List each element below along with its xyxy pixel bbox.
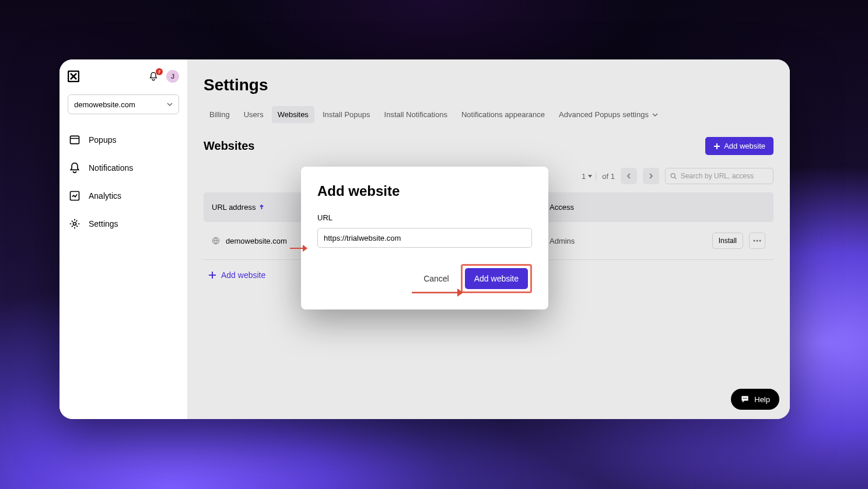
chevron-down-icon [652, 112, 658, 118]
chevron-left-icon [626, 173, 632, 179]
tab-advanced-popups[interactable]: Advanced Popups settings [553, 106, 664, 123]
nav-popups[interactable]: Popups [68, 126, 179, 154]
svg-point-9 [760, 240, 761, 242]
search-icon [670, 173, 677, 180]
dialog-url-input[interactable] [317, 228, 532, 248]
notifications-badge: 7 [156, 68, 163, 75]
nav-label: Notifications [89, 163, 133, 173]
tab-billing[interactable]: Billing [204, 106, 236, 123]
svg-point-10 [743, 398, 744, 399]
site-selector[interactable]: demowebsite.com [68, 94, 179, 114]
analytics-icon [69, 190, 80, 202]
install-button[interactable]: Install [712, 233, 743, 249]
bell-icon [69, 162, 80, 174]
sidebar-top: 7 J [68, 68, 179, 85]
row-more-button[interactable] [749, 233, 765, 249]
section-title: Websites [204, 139, 254, 153]
more-horizontal-icon [753, 240, 761, 242]
plus-icon [713, 143, 720, 150]
row-url-value: demowebsite.com [226, 237, 287, 245]
nav-label: Analytics [89, 191, 121, 200]
svg-point-11 [744, 398, 746, 399]
annotation-arrow-icon [290, 244, 307, 252]
svg-rect-1 [71, 136, 79, 143]
row-access-cell: Admins [550, 237, 707, 245]
site-selector-value: demowebsite.com [74, 100, 135, 109]
dialog-submit-button[interactable]: Add website [465, 268, 528, 289]
help-button[interactable]: Help [731, 389, 779, 410]
tab-users[interactable]: Users [238, 106, 270, 123]
dialog-title: Add website [317, 183, 532, 199]
svg-point-4 [74, 223, 76, 226]
tab-install-popups[interactable]: Install Popups [317, 106, 376, 123]
nav-label: Settings [89, 219, 118, 228]
app-window: 7 J demowebsite.com Popups Notifications… [60, 59, 790, 419]
help-label: Help [754, 395, 770, 404]
chat-icon [740, 395, 750, 404]
nav-analytics[interactable]: Analytics [68, 182, 179, 210]
svg-point-8 [757, 240, 758, 242]
notifications-button[interactable]: 7 [148, 71, 159, 82]
page-prev-button[interactable] [621, 168, 637, 184]
caret-down-icon [588, 175, 592, 178]
tab-notifications-appearance[interactable]: Notifications appearance [456, 106, 551, 123]
page-title: Settings [204, 76, 774, 94]
section-header: Websites Add website [204, 137, 774, 155]
app-logo-icon[interactable] [68, 71, 79, 82]
button-label: Add website [724, 142, 765, 150]
col-access-header[interactable]: Access [550, 203, 707, 212]
nav-notifications[interactable]: Notifications [68, 154, 179, 182]
nav-settings[interactable]: Settings [68, 210, 179, 238]
link-label: Add website [221, 270, 265, 280]
sidebar-top-right: 7 J [148, 70, 179, 83]
annotation-highlight-box: Add website [461, 264, 532, 293]
page-current-selector[interactable]: 1 [582, 172, 596, 181]
globe-icon [212, 237, 220, 245]
nav-label: Popups [89, 135, 116, 145]
avatar[interactable]: J [166, 70, 179, 83]
sort-asc-icon [259, 203, 264, 212]
tab-label: Advanced Popups settings [559, 110, 649, 119]
add-website-button[interactable]: Add website [705, 137, 774, 155]
gear-icon [69, 218, 80, 230]
search-box[interactable] [665, 168, 774, 184]
page-current: 1 [582, 172, 586, 181]
svg-point-12 [746, 398, 747, 399]
page-of-label: of 1 [602, 172, 615, 181]
dialog-cancel-button[interactable]: Cancel [421, 269, 452, 288]
page-next-button[interactable] [643, 168, 659, 184]
sidebar: 7 J demowebsite.com Popups Notifications… [60, 59, 187, 419]
col-label: URL address [212, 203, 256, 212]
dialog-url-label: URL [317, 213, 532, 222]
svg-point-7 [754, 240, 755, 242]
row-actions: Install [707, 233, 765, 249]
settings-tabs: Billing Users Websites Install Popups In… [204, 106, 774, 123]
search-input[interactable] [681, 172, 768, 180]
popups-icon [69, 134, 80, 146]
plus-icon [208, 271, 216, 279]
chevron-down-icon [167, 101, 173, 107]
tab-websites[interactable]: Websites [272, 106, 314, 123]
chevron-right-icon [648, 173, 654, 179]
annotation-arrow-icon [412, 288, 463, 297]
tab-install-notifications[interactable]: Install Notifications [379, 106, 453, 123]
svg-point-5 [671, 173, 675, 177]
